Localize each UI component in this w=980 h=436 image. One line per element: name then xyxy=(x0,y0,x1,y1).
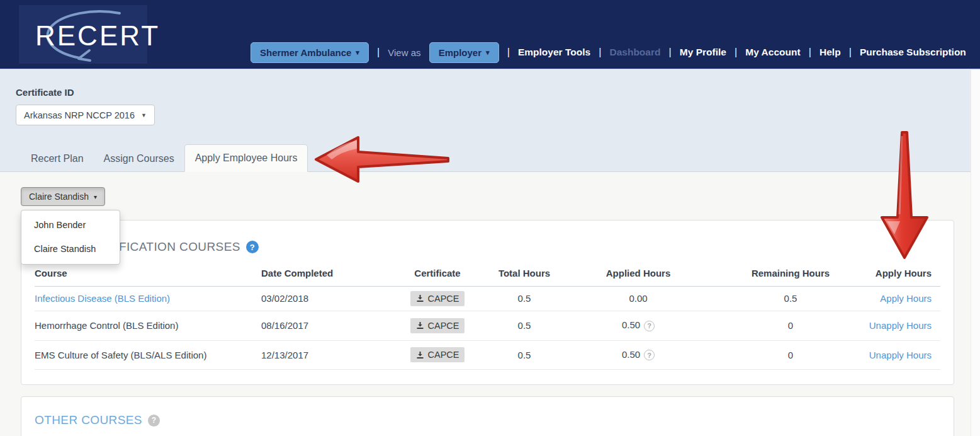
page: RECERT Shermer Ambulance ▾ | View as Emp… xyxy=(0,0,980,436)
employee-dropdown-menu: John Bender Claire Standish xyxy=(21,210,120,265)
other-courses-card: OTHER COURSES ? xyxy=(21,396,954,436)
tab-bar: Recert Plan Assign Courses Apply Employe… xyxy=(21,144,308,172)
tab-recert-plan[interactable]: Recert Plan xyxy=(21,146,94,172)
column-header-applied-hours: Applied Hours xyxy=(555,261,722,286)
employee-dropdown-selected: Claire Standish xyxy=(29,192,89,202)
certificate-id-select[interactable]: Arkansas NRP NCCP 2016 ▼ xyxy=(16,105,155,125)
capce-certificate-download-button[interactable]: CAPCE xyxy=(410,318,465,333)
unapply-hours-link[interactable]: Unapply Hours xyxy=(869,350,932,360)
help-icon[interactable]: ? xyxy=(148,415,160,427)
role-dropdown[interactable]: Employer ▾ xyxy=(429,42,499,63)
nav-separator: | xyxy=(507,47,510,58)
nav-separator: | xyxy=(849,47,852,58)
tab-apply-employee-hours[interactable]: Apply Employee Hours xyxy=(184,144,308,172)
menu-item-claire-standish[interactable]: Claire Standish xyxy=(21,238,120,261)
tab-assign-courses[interactable]: Assign Courses xyxy=(94,146,184,172)
course-name: EMS Culture of Safety (BLS/ALS Edition) xyxy=(35,350,206,360)
certificate-id-label: Certificate ID xyxy=(16,87,74,98)
applied-hours-help-icon[interactable]: ? xyxy=(644,321,655,331)
unapply-hours-link[interactable]: Unapply Hours xyxy=(869,320,932,331)
apply-hours-link[interactable]: Apply Hours xyxy=(880,293,932,304)
total-hours: 0.5 xyxy=(518,350,531,360)
total-hours: 0.5 xyxy=(518,320,531,331)
nav-my-profile[interactable]: My Profile xyxy=(680,47,726,58)
employee-dropdown-button[interactable]: Claire Standish ▾ xyxy=(21,187,105,206)
select-caret-icon: ▼ xyxy=(141,112,147,118)
capce-certificate-download-button[interactable]: CAPCE xyxy=(410,347,465,362)
date-completed: 08/16/2017 xyxy=(261,320,308,331)
recert-logo[interactable]: RECERT xyxy=(19,5,147,64)
organization-dropdown-label: Shermer Ambulance xyxy=(260,47,351,58)
applied-hours-help-icon[interactable]: ? xyxy=(644,350,655,360)
applied-hours: 0.00 xyxy=(629,293,647,304)
nav-help[interactable]: Help xyxy=(819,47,841,58)
course-link[interactable]: Infectious Disease (BLS Edition) xyxy=(35,293,170,304)
scrollbar[interactable] xyxy=(971,70,980,436)
nav-separator: | xyxy=(377,47,380,58)
nav-separator: | xyxy=(735,47,737,58)
download-icon xyxy=(416,351,424,359)
chevron-down-icon: ▾ xyxy=(486,49,490,57)
help-icon[interactable]: ? xyxy=(246,241,259,253)
chevron-down-icon: ▾ xyxy=(94,193,97,200)
column-header-total-hours: Total Hours xyxy=(494,261,555,286)
view-as-label: View as xyxy=(388,47,420,58)
chevron-down-icon: ▾ xyxy=(356,49,359,57)
certificate-id-value: Arkansas NRP NCCP 2016 xyxy=(24,110,135,120)
nav-dashboard[interactable]: Dashboard xyxy=(609,47,660,58)
remaining-hours: 0 xyxy=(788,350,793,360)
certificate-section: Certificate ID Arkansas NRP NCCP 2016 ▼ … xyxy=(0,69,980,172)
recert-courses-table: Course Date Completed Certificate Total … xyxy=(35,261,940,370)
column-header-date-completed: Date Completed xyxy=(261,261,381,286)
total-hours: 0.5 xyxy=(518,293,531,304)
nav-employer-tools[interactable]: Employer Tools xyxy=(518,47,590,58)
organization-dropdown[interactable]: Shermer Ambulance ▾ xyxy=(251,42,369,63)
capce-certificate-download-button[interactable]: CAPCE xyxy=(410,291,465,306)
nav-my-account[interactable]: My Account xyxy=(745,47,800,58)
ems-recertification-courses-card: EMS RECERTIFICATION COURSES ? Course Dat… xyxy=(21,220,954,385)
menu-item-john-bender[interactable]: John Bender xyxy=(21,214,120,238)
column-header-certificate: Certificate xyxy=(381,261,494,286)
table-row: Infectious Disease (BLS Edition) 03/02/2… xyxy=(35,286,940,311)
table-row: EMS Culture of Safety (BLS/ALS Edition) … xyxy=(35,340,940,369)
download-icon xyxy=(416,321,424,330)
top-navigation-bar: RECERT Shermer Ambulance ▾ | View as Emp… xyxy=(0,0,980,69)
table-row: Hemorrhage Control (BLS Edition) 08/16/2… xyxy=(35,311,940,340)
role-dropdown-label: Employer xyxy=(439,47,482,58)
column-header-remaining-hours: Remaining Hours xyxy=(722,261,859,286)
remaining-hours: 0 xyxy=(788,320,793,331)
remaining-hours: 0.5 xyxy=(784,293,797,304)
nav-separator: | xyxy=(669,47,672,58)
applied-hours: 0.50 xyxy=(622,319,640,330)
main-nav: Shermer Ambulance ▾ | View as Employer ▾… xyxy=(251,38,966,67)
main-content: Claire Standish ▾ John Bender Claire Sta… xyxy=(0,173,980,436)
nav-separator: | xyxy=(599,47,601,58)
nav-purchase-subscription[interactable]: Purchase Subscription xyxy=(860,47,966,58)
course-name: Hemorrhage Control (BLS Edition) xyxy=(35,320,178,331)
nav-separator: | xyxy=(809,47,811,58)
applied-hours: 0.50 xyxy=(622,349,640,360)
column-header-apply-hours: Apply Hours xyxy=(859,261,940,286)
download-icon xyxy=(416,294,424,302)
brand-name: RECERT xyxy=(35,20,160,52)
other-courses-title: OTHER COURSES xyxy=(35,413,142,427)
date-completed: 12/13/2017 xyxy=(261,350,308,360)
date-completed: 03/02/2018 xyxy=(261,293,308,304)
